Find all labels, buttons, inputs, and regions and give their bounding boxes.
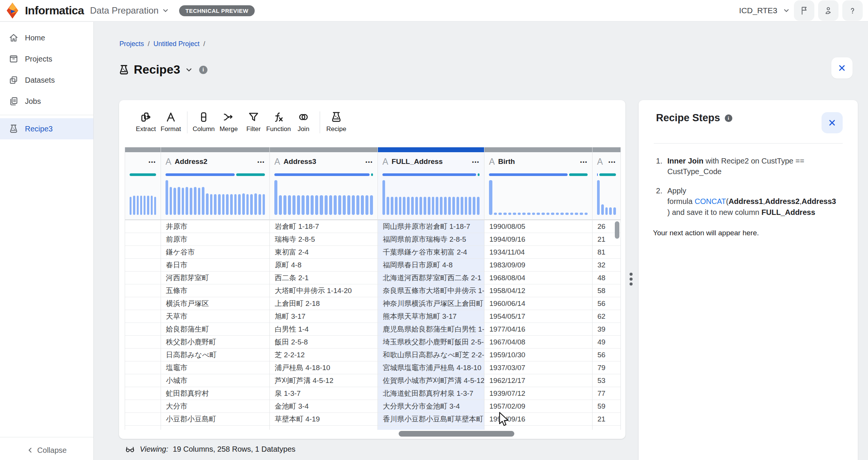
table-cell[interactable]: 39 <box>593 323 620 336</box>
quality-bar[interactable] <box>593 171 620 178</box>
table-cell[interactable]: 姶良郡蒲生町 <box>161 323 269 336</box>
table-cell[interactable]: 79 <box>593 361 620 374</box>
table-cell[interactable] <box>125 246 161 259</box>
close-recipe-steps-button[interactable] <box>822 112 843 133</box>
table-cell[interactable]: 神奈川県横浜市戸塚区上倉田町 2… <box>378 297 484 310</box>
table-cell[interactable]: 西二条 2-1 <box>270 272 378 284</box>
table-cell[interactable]: 56 <box>593 349 620 361</box>
table-cell[interactable]: 1977/04/16 <box>484 323 592 336</box>
table-cell[interactable]: 福岡県春日市原町 4-8 <box>378 259 484 272</box>
table-cell[interactable]: 77 <box>593 387 620 400</box>
table-cell[interactable]: 旭町 3-17 <box>270 310 378 323</box>
table-cell[interactable]: 49 <box>593 336 620 349</box>
column-header-Birth[interactable]: ABirth••• <box>484 152 592 171</box>
table-cell[interactable]: 1983/09/09 <box>484 259 592 272</box>
column-menu-icon[interactable]: ••• <box>146 159 156 165</box>
table-cell[interactable]: 32 <box>593 259 620 272</box>
recipe-step[interactable]: Applyformula CONCAT(Address1,Address2,Ad… <box>656 185 843 218</box>
table-cell[interactable]: 大分県大分市金池町 3-4 <box>378 400 484 413</box>
column-menu-icon[interactable]: ••• <box>470 159 480 165</box>
column-select-bar[interactable] <box>125 147 161 152</box>
column-menu-icon[interactable]: ••• <box>363 159 373 165</box>
toolbar-column-button[interactable]: Column <box>191 111 216 133</box>
table-cell[interactable]: 53 <box>593 374 620 387</box>
table-cell[interactable]: 芦刈町芦溝 4-5-12 <box>270 374 378 387</box>
table-cell[interactable]: 香川県小豆郡小豆島町草壁本町 4… <box>378 413 484 426</box>
column-select-bar[interactable] <box>593 147 620 152</box>
table-cell[interactable]: 1954/05/17 <box>484 310 592 323</box>
table-cell[interactable]: 1967/04/08 <box>484 336 592 349</box>
quality-bar[interactable] <box>161 171 269 178</box>
title-chevron-down-icon[interactable] <box>185 66 193 74</box>
table-cell[interactable]: 草壁本町 4-19 <box>270 413 378 426</box>
table-cell[interactable]: 瑞梅寺 2-8-5 <box>270 233 378 246</box>
table-cell[interactable]: 前原市 <box>161 233 269 246</box>
table-cell[interactable]: 秩父郡小鹿野町 <box>161 336 269 349</box>
table-cell[interactable] <box>125 413 161 426</box>
column-histogram[interactable] <box>378 178 484 220</box>
column-select-bar[interactable] <box>270 147 378 152</box>
info-icon[interactable]: i <box>199 66 207 74</box>
table-cell[interactable]: 1994/09/16 <box>484 413 592 426</box>
table-cell[interactable]: 佐賀県小城市芦刈町芦溝 4-5-12 <box>378 374 484 387</box>
quality-bar[interactable] <box>125 171 161 178</box>
table-cell[interactable]: 浦戸桂島 4-18-10 <box>270 361 378 374</box>
column-histogram[interactable] <box>161 178 269 220</box>
quality-bar[interactable] <box>270 171 378 178</box>
table-cell[interactable]: 井原市 <box>161 220 269 233</box>
table-cell[interactable] <box>125 297 161 310</box>
table-cell[interactable]: 白男性 1-4 <box>270 323 378 336</box>
app-name[interactable]: Data Preparation <box>90 5 158 16</box>
toolbar-join-button[interactable]: Join <box>291 111 316 133</box>
table-cell[interactable]: 奈良県五條市大塔町中井傍示 1-1… <box>378 284 484 297</box>
table-cell[interactable] <box>125 259 161 272</box>
table-cell[interactable]: 埼玉県秩父郡小鹿野町飯田 2-5-8 <box>378 336 484 349</box>
table-cell[interactable]: 春日市 <box>161 259 269 272</box>
column-menu-icon[interactable]: ••• <box>255 159 265 165</box>
table-cell[interactable] <box>270 426 378 430</box>
column-select-bar[interactable] <box>484 147 592 152</box>
table-cell[interactable]: 上倉田町 2-18 <box>270 297 378 310</box>
recipe-step[interactable]: Inner Join with Recipe2 on CustType == C… <box>656 156 843 177</box>
table-cell[interactable]: 岩倉町 1-18-7 <box>270 220 378 233</box>
info-icon[interactable]: i <box>725 114 732 122</box>
sidebar-item-jobs[interactable]: Jobs <box>0 91 93 112</box>
table-cell[interactable] <box>125 220 161 233</box>
toolbar-extract-button[interactable]: Extract <box>133 111 158 133</box>
table-cell[interactable]: 62 <box>593 310 620 323</box>
table-cell[interactable]: 飯田 2-5-8 <box>270 336 378 349</box>
toolbar-format-button[interactable]: Format <box>158 111 183 133</box>
table-cell[interactable]: 北海道河西郡芽室町西二条 2-1 <box>378 272 484 284</box>
horizontal-scrollbar[interactable] <box>399 431 514 437</box>
column-menu-icon[interactable]: ••• <box>578 159 588 165</box>
table-cell[interactable]: 81 <box>593 246 620 259</box>
table-cell[interactable]: 宮城県塩竈市浦戸桂島 4-18-10 <box>378 361 484 374</box>
table-cell[interactable]: 1934/11/04 <box>484 246 592 259</box>
table-cell[interactable] <box>484 426 592 430</box>
user-button[interactable] <box>818 0 839 21</box>
collapse-sidebar-button[interactable]: Collapse <box>0 440 93 460</box>
chevron-down-icon[interactable] <box>783 7 790 14</box>
table-cell[interactable]: 福岡県前原市瑞梅寺 2-8-5 <box>378 233 484 246</box>
column-histogram[interactable] <box>484 178 592 220</box>
table-cell[interactable]: 1990/08/05 <box>484 220 592 233</box>
table-cell[interactable]: 58 <box>593 284 620 297</box>
table-cell[interactable] <box>125 387 161 400</box>
table-cell[interactable]: 千葉県鎌ケ谷市東初富 2-4 <box>378 246 484 259</box>
table-cell[interactable]: 虻田郡真狩村 <box>161 387 269 400</box>
table-cell[interactable]: 北海道虻田郡真狩村泉 1-3-7 <box>378 387 484 400</box>
table-cell[interactable] <box>125 336 161 349</box>
table-cell[interactable]: 1958/04/12 <box>484 284 592 297</box>
table-cell[interactable]: 泉 1-3-7 <box>270 387 378 400</box>
table-cell[interactable] <box>125 400 161 413</box>
table-cell[interactable]: 1937/03/07 <box>484 361 592 374</box>
table-cell[interactable] <box>125 310 161 323</box>
table-cell[interactable]: 1962/12/17 <box>484 374 592 387</box>
table-cell[interactable] <box>125 233 161 246</box>
column-header-FULL_Address[interactable]: AFULL_Address••• <box>378 152 484 171</box>
column-select-bar[interactable] <box>378 147 484 152</box>
table-cell[interactable] <box>593 426 620 430</box>
vertical-scrollbar[interactable] <box>615 221 619 239</box>
table-cell[interactable] <box>125 284 161 297</box>
table-cell[interactable]: 大分市 <box>161 400 269 413</box>
